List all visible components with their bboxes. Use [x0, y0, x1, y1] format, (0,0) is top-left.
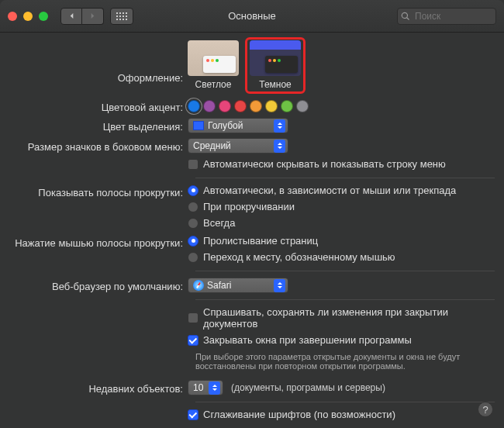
accent-swatch[interactable] — [296, 100, 309, 112]
appearance-label: Оформление: — [9, 70, 188, 84]
chevron-updown-icon — [274, 279, 285, 292]
accent-swatch[interactable] — [219, 100, 231, 112]
scrollbars-auto-label: Автоматически, в зависимости от мыши или… — [203, 185, 456, 196]
sidebar-size-value: Средний — [193, 140, 231, 151]
scrollbars-label: Показывать полосы прокрутки: — [9, 185, 188, 198]
scrollbars-scrolling-label: При прокручивании — [203, 201, 295, 212]
browser-value: Safari — [207, 280, 231, 291]
chevron-updown-icon — [209, 381, 220, 395]
chevron-updown-icon — [274, 119, 285, 133]
scrollclick-label: Нажатие мышью полосы прокрутки: — [9, 235, 188, 249]
titlebar: Основные — [0, 0, 504, 33]
scrollclick-jump-radio[interactable] — [188, 252, 198, 263]
appearance-dark[interactable]: Темное — [247, 39, 304, 92]
scrollbars-scrolling-radio[interactable] — [188, 202, 198, 212]
window-title: Основные — [228, 10, 276, 22]
nav-buttons — [60, 8, 104, 25]
divider — [195, 402, 495, 402]
scrollbars-always-label: Всегда — [203, 217, 235, 229]
recent-label: Недавних объектов: — [9, 381, 188, 395]
search-input[interactable] — [397, 8, 496, 25]
recent-suffix: (документы, программы и серверы) — [231, 382, 385, 393]
back-button[interactable] — [60, 8, 82, 25]
window-controls — [8, 12, 48, 21]
highlight-label: Цвет выделения: — [9, 119, 188, 133]
sidebar-size-label: Размер значков в боковом меню: — [9, 139, 188, 153]
appearance-light-label: Светлое — [188, 79, 239, 90]
accent-swatch[interactable] — [250, 100, 262, 112]
close-windows-checkbox[interactable] — [188, 335, 198, 346]
safari-icon — [193, 280, 204, 291]
browser-label: Веб-браузер по умолчанию: — [9, 278, 188, 292]
scrollbars-always-radio[interactable] — [188, 218, 198, 229]
autohide-label: Автоматически скрывать и показывать стро… — [203, 158, 446, 170]
minimize-icon[interactable] — [23, 12, 33, 21]
highlight-swatch-icon — [193, 121, 204, 130]
autohide-checkbox[interactable] — [188, 159, 198, 170]
font-smoothing-label: Сглаживание шрифтов (по возможности) — [203, 409, 395, 420]
zoom-icon[interactable] — [39, 12, 48, 21]
accent-swatch[interactable] — [203, 100, 216, 112]
sidebar-size-select[interactable]: Средний — [188, 138, 288, 154]
close-windows-label: Закрывать окна при завершении программы — [203, 334, 412, 346]
ask-save-checkbox[interactable] — [188, 312, 198, 323]
scrollbars-auto-radio[interactable] — [188, 185, 198, 196]
accent-swatch[interactable] — [188, 100, 200, 112]
close-windows-note: При выборе этого параметра открытые доку… — [195, 352, 495, 371]
recent-select[interactable]: 10 — [188, 380, 223, 395]
divider — [195, 271, 495, 271]
accent-swatch[interactable] — [265, 100, 278, 112]
search-field[interactable] — [397, 8, 496, 25]
show-all-button[interactable] — [110, 8, 133, 25]
accent-label: Цветовой акцент: — [9, 99, 188, 113]
divider — [195, 178, 495, 178]
search-icon — [401, 12, 410, 21]
appearance-dark-label: Темное — [250, 79, 301, 90]
highlight-value: Голубой — [208, 120, 243, 131]
scrollclick-page-radio[interactable] — [188, 236, 198, 247]
scrollclick-page-label: Пролистывание страниц — [203, 235, 318, 247]
ask-save-label: Спрашивать, сохранять ли изменения при з… — [203, 306, 495, 330]
accent-swatch[interactable] — [234, 100, 247, 112]
forward-button[interactable] — [82, 8, 104, 25]
recent-value: 10 — [193, 382, 203, 393]
browser-select[interactable]: Safari — [188, 278, 288, 293]
accent-swatch[interactable] — [281, 100, 293, 112]
font-smoothing-checkbox[interactable] — [188, 409, 198, 420]
divider — [195, 299, 495, 300]
highlight-select[interactable]: Голубой — [188, 118, 288, 133]
close-icon[interactable] — [8, 12, 17, 21]
chevron-updown-icon — [274, 140, 285, 153]
scrollclick-jump-label: Переход к месту, обозначенному мышью — [203, 251, 395, 263]
help-button[interactable]: ? — [478, 402, 493, 417]
appearance-light[interactable]: Светлое — [188, 40, 239, 90]
